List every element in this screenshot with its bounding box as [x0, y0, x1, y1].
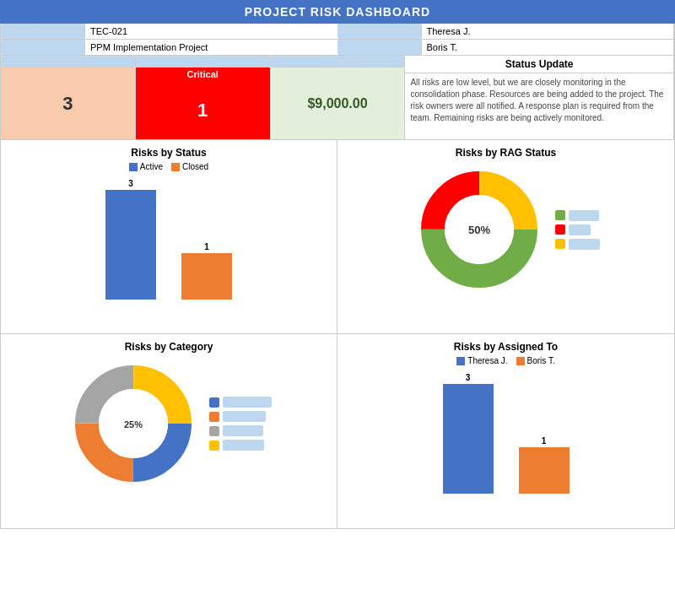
cat-legend-schedule: Schedule — [209, 440, 273, 451]
project-manager-row: Project Manager: Theresa J. — [338, 24, 674, 40]
legend-boris-dot — [516, 357, 525, 365]
legend-boris-label: Boris T. — [527, 356, 555, 365]
project-name-row: Project Name: PPM Implementation Project — [1, 40, 338, 55]
kpi-section: Total Risks 3 Critical Critical 1 Total … — [0, 56, 675, 140]
kpi-critical: Critical Critical 1 — [136, 56, 271, 139]
total-risks-label: Total Risks — [1, 56, 135, 68]
rag-amber-dot — [555, 239, 565, 249]
rag-red-label: Red — [569, 224, 591, 235]
critical-value: 1 — [136, 81, 270, 139]
project-manager-label: Project Manager: — [338, 24, 422, 39]
kpi-cost: Total Cost $9,000.00 — [271, 56, 406, 139]
chart-status-title: Risks by Status — [131, 147, 206, 159]
cat-legend-resource: Resource — [209, 411, 273, 422]
status-update-box: Status Update All risks are low level, b… — [405, 56, 674, 139]
legend-closed: Closed — [171, 162, 208, 171]
rag-legend-red: Red — [555, 224, 600, 235]
project-sponsor-label: Project Sponsor: — [338, 40, 422, 55]
chart-rag-title: Risks by RAG Status — [456, 147, 556, 159]
rag-amber-label: Amber — [569, 239, 600, 250]
bar-closed: 1 — [181, 242, 232, 301]
chart-assigned-legend: Theresa J. Boris T. — [456, 356, 554, 365]
legend-theresa-dot — [456, 357, 465, 365]
project-info-section: Project Code: TEC-021 Project Name: PPM … — [0, 24, 675, 56]
dashboard-title: PROJECT RISK DASHBOARD — [0, 0, 675, 24]
cat-center-label: 25% — [124, 419, 143, 430]
project-info-left: Project Code: TEC-021 Project Name: PPM … — [1, 24, 338, 55]
critical-sublabel: Critical — [136, 68, 270, 81]
status-update-text: All risks are low level, but we are clos… — [405, 73, 673, 139]
rag-red-dot — [555, 224, 565, 235]
cat-tech-label: Technology — [223, 397, 273, 408]
bar-theresa-value: 3 — [466, 373, 471, 382]
bar-boris-value: 1 — [542, 436, 547, 446]
bar-active-value: 3 — [128, 179, 133, 188]
project-sponsor-value: Boris T. — [422, 40, 674, 55]
bar-theresa-rect — [443, 384, 494, 494]
critical-label: Critical — [136, 56, 270, 68]
chart-assigned-to: Risks by Assigned To Theresa J. Boris T.… — [338, 334, 674, 528]
cat-schedule-label: Schedule — [223, 440, 265, 451]
cost-label: Total Cost — [271, 56, 405, 68]
chart-category-title: Risks by Category — [125, 341, 213, 353]
cat-legend-financial: Financial — [209, 425, 273, 436]
chart-category: Risks by Category 25% Technology Resourc… — [1, 334, 338, 528]
project-sponsor-row: Project Sponsor: Boris T. — [338, 40, 674, 55]
cat-resource-label: Resource — [223, 411, 266, 422]
project-info-right: Project Manager: Theresa J. Project Spon… — [338, 24, 675, 55]
rag-green-dot — [555, 210, 565, 220]
category-donut-svg: 25% — [66, 356, 201, 491]
legend-theresa-label: Theresa J. — [467, 356, 507, 365]
total-risks-value: 3 — [1, 68, 135, 139]
bar-boris-rect — [519, 447, 570, 494]
chart-risks-by-status: Risks by Status Active Closed 3 1 — [1, 140, 338, 334]
rag-donut-svg: 50% — [412, 162, 547, 297]
rag-legend-green: Green — [555, 210, 600, 221]
legend-closed-dot — [171, 163, 180, 171]
bar-active: 3 — [105, 179, 156, 301]
legend-active-label: Active — [140, 162, 163, 171]
cat-legend-tech: Technology — [209, 397, 273, 408]
bar-closed-rect — [181, 253, 232, 300]
cat-financial-dot — [209, 426, 219, 436]
rag-legend-amber: Amber — [555, 239, 600, 250]
rag-green-label: Green — [569, 210, 599, 221]
cost-value: $9,000.00 — [271, 68, 405, 139]
kpi-total-risks: Total Risks 3 — [1, 56, 136, 139]
legend-active-dot — [129, 163, 138, 171]
project-code-value: TEC-021 — [85, 24, 338, 39]
chart-status-legend: Active Closed — [129, 162, 208, 171]
category-donut-container: 25% Technology Resource Financial Sched — [8, 356, 330, 491]
project-manager-value: Theresa J. — [422, 24, 674, 39]
chart-assigned-title: Risks by Assigned To — [454, 341, 558, 353]
category-legend: Technology Resource Financial Schedule — [209, 397, 273, 451]
cat-tech-dot — [209, 397, 219, 408]
rag-donut-container: 50% Green Red Amber — [344, 162, 667, 297]
bar-active-rect — [105, 190, 156, 300]
bar-closed-value: 1 — [204, 242, 209, 251]
project-name-value: PPM Implementation Project — [85, 40, 338, 55]
chart-rag-status: Risks by RAG Status 50% Green Red — [338, 140, 674, 334]
cat-schedule-dot — [209, 440, 219, 451]
cat-resource-dot — [209, 412, 219, 422]
legend-closed-label: Closed — [182, 162, 208, 171]
status-update-title: Status Update — [405, 56, 673, 73]
bar-boris: 1 — [519, 436, 570, 495]
legend-active: Active — [129, 162, 163, 171]
bar-chart-status: 3 1 — [8, 175, 330, 301]
rag-legend: Green Red Amber — [555, 210, 600, 250]
cat-financial-label: Financial — [223, 425, 263, 436]
bar-theresa: 3 — [443, 373, 494, 495]
bar-chart-assigned: 3 1 — [344, 369, 667, 495]
legend-theresa: Theresa J. — [456, 356, 507, 365]
legend-boris: Boris T. — [516, 356, 555, 365]
rag-center-label: 50% — [468, 224, 490, 236]
project-code-row: Project Code: TEC-021 — [1, 24, 338, 40]
charts-grid: Risks by Status Active Closed 3 1 — [0, 140, 675, 529]
project-name-label: Project Name: — [1, 40, 85, 55]
project-code-label: Project Code: — [1, 24, 85, 39]
